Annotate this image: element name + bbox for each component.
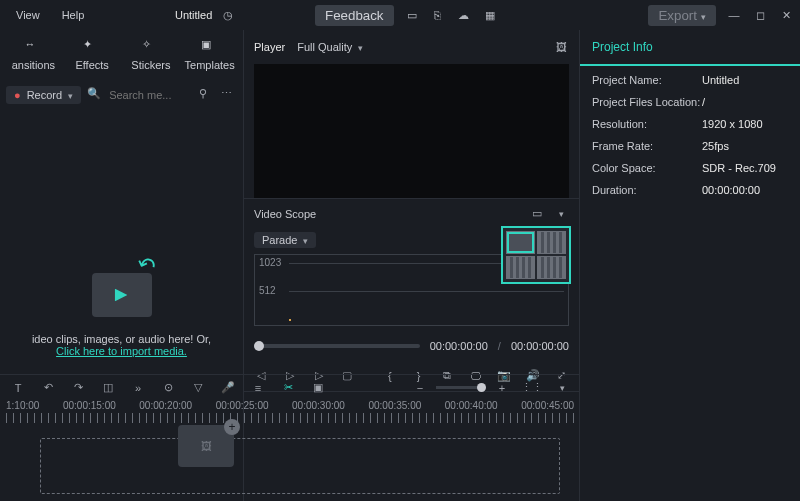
scope-y-1023: 1023 (259, 257, 281, 268)
project-info-table: Project Name:Untitled Project Files Loca… (580, 66, 800, 204)
close-icon[interactable]: ✕ (778, 7, 794, 23)
scope-mode-dropdown[interactable]: Parade (254, 232, 316, 248)
transitions-icon: ↔ (24, 38, 42, 56)
video-scope: Parade 1023 512 (254, 228, 569, 326)
document-title-block: Untitled ◷ (175, 0, 236, 30)
audio-tool-icon[interactable]: ≡ (250, 380, 266, 396)
scope-collapse-icon[interactable] (553, 206, 569, 222)
effects-icon: ✦ (83, 38, 101, 56)
media-search-input[interactable] (109, 89, 193, 101)
scope-opt-2[interactable] (537, 231, 566, 254)
video-preview[interactable] (254, 64, 569, 198)
more-icon[interactable]: ⋯ (221, 87, 237, 103)
time-duration: 00:00:00:00 (511, 340, 569, 352)
autocut-icon[interactable]: ✂ (280, 380, 296, 396)
timeline-toolbar: T ↶ ↷ ◫ » ⊙ ▽ 🎤 ≡ ✂ ▣ − + ⋮⋮ (0, 374, 580, 400)
tab-templates[interactable]: ▣Templates (184, 38, 236, 71)
layout-icon[interactable]: ▭ (404, 7, 420, 23)
crop-icon[interactable]: ◫ (100, 380, 116, 396)
templates-icon: ▣ (201, 38, 219, 56)
zoom-out-icon[interactable]: − (412, 380, 428, 396)
image-icon: 🖼 (201, 440, 212, 452)
export-button[interactable]: Export (648, 5, 716, 26)
snapshot-icon[interactable]: 🖼 (553, 39, 569, 55)
feedback-button[interactable]: Feedback (315, 5, 394, 26)
undo-icon[interactable]: ↶ (40, 380, 56, 396)
quality-dropdown[interactable]: Full Quality (297, 41, 363, 53)
zoom-slider[interactable] (436, 386, 486, 389)
zoom-in-icon[interactable]: + (494, 380, 510, 396)
clip-placeholder[interactable]: 🖼 + (178, 425, 234, 467)
history-icon[interactable]: ◷ (220, 7, 236, 23)
timeline-track-dropzone[interactable]: 🖼 + (40, 438, 560, 494)
time-sep: / (498, 340, 501, 352)
track-options-icon[interactable]: ⋮⋮ (524, 380, 540, 396)
text-tool-icon[interactable]: T (10, 380, 26, 396)
expand-tools-icon[interactable]: » (130, 380, 146, 396)
zoom-control: − + (412, 380, 510, 396)
center-toolbar: Feedback ▭ ⎘ ☁ ▦ (315, 0, 498, 30)
tab-stickers[interactable]: ✧Stickers (125, 38, 177, 71)
scope-opt-1[interactable] (506, 231, 535, 254)
record-dropdown[interactable]: ●Record (6, 86, 81, 104)
menu-help[interactable]: Help (54, 5, 93, 25)
info-row: Project Files Location:/ (592, 96, 788, 108)
add-clip-icon[interactable]: + (224, 419, 240, 435)
scope-layout-picker[interactable] (501, 226, 571, 284)
filter-icon[interactable]: ⚲ (199, 87, 215, 103)
speed-icon[interactable]: ⊙ (160, 380, 176, 396)
minimize-icon[interactable]: — (726, 7, 742, 23)
track-more-icon[interactable] (554, 380, 570, 396)
tab-transitions[interactable]: ↔ansitions (7, 38, 59, 71)
scope-opt-4[interactable] (537, 256, 566, 279)
redo-icon[interactable]: ↷ (70, 380, 86, 396)
info-row: Frame Rate:25fps (592, 140, 788, 152)
asset-tabs: ↔ansitions ✦Effects ✧Stickers ▣Templates (0, 30, 243, 78)
timeline-ruler[interactable]: 1:10:00 00:00:15:00 00:00:20:00 00:00:25… (0, 400, 580, 426)
player-label: Player (254, 41, 285, 53)
import-graphic: ↶ (87, 257, 157, 317)
render-icon[interactable]: ▣ (310, 380, 326, 396)
tab-effects[interactable]: ✦Effects (66, 38, 118, 71)
grid-icon[interactable]: ▦ (482, 7, 498, 23)
scrub-bar[interactable] (254, 344, 420, 348)
time-current: 00:00:00:00 (430, 340, 488, 352)
cloud-icon[interactable]: ☁ (456, 7, 472, 23)
scope-y-512: 512 (259, 285, 276, 296)
document-title: Untitled (175, 9, 212, 21)
mic-icon[interactable]: 🎤 (220, 380, 236, 396)
marker-icon[interactable]: ▽ (190, 380, 206, 396)
import-hint-text: ideo clips, images, or audio here! Or, (32, 333, 211, 345)
maximize-icon[interactable]: ◻ (752, 7, 768, 23)
window-controls: Export — ◻ ✕ (648, 0, 794, 30)
info-row: Duration:00:00:00:00 (592, 184, 788, 196)
project-info-header: Project Info (592, 40, 653, 54)
stickers-icon: ✧ (142, 38, 160, 56)
menu-view[interactable]: View (8, 5, 48, 25)
info-row: Color Space:SDR - Rec.709 (592, 162, 788, 174)
import-link[interactable]: Click here to import media. (56, 345, 187, 357)
search-icon: 🔍 (87, 87, 103, 103)
scope-layout-icon[interactable]: ▭ (529, 206, 545, 222)
save-icon[interactable]: ⎘ (430, 7, 446, 23)
project-info-panel: Project Info Project Name:Untitled Proje… (580, 30, 800, 501)
info-row: Resolution:1920 x 1080 (592, 118, 788, 130)
video-scope-title: Video Scope (254, 208, 316, 220)
info-row: Project Name:Untitled (592, 74, 788, 86)
scope-opt-3[interactable] (506, 256, 535, 279)
preview-panel: Player Full Quality 🖼 Video Scope ▭ Para… (244, 30, 580, 501)
